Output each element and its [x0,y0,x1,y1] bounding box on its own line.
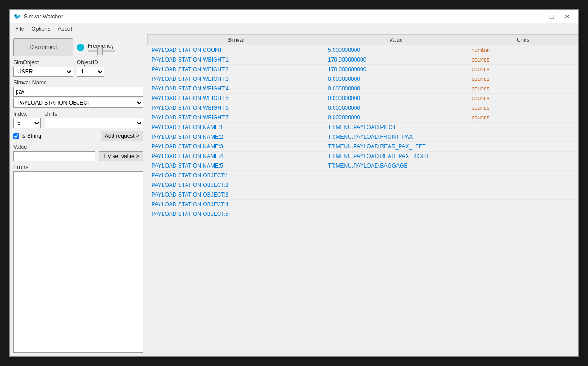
cell-value: 0.000000000 [324,74,468,84]
errors-group: Errors [13,164,143,353]
table-row: PAYLOAD STATION WEIGHT:60.000000000pound… [148,103,578,113]
cell-units: pounds [468,55,578,65]
simobject-select[interactable]: USER AI [13,67,73,77]
cell-simvar: PAYLOAD STATION WEIGHT:2 [148,65,324,74]
cell-simvar: PAYLOAD STATION NAME:1 [148,123,324,132]
cell-value: TT:MENU.PAYLOAD.BAGGAGE [324,161,468,171]
cell-value: 170.000000000 [324,65,468,74]
units-group: Units [45,111,143,128]
cell-units [468,180,578,190]
cell-simvar: PAYLOAD STATION WEIGHT:1 [148,55,324,65]
cell-simvar: PAYLOAD STATION NAME:3 [148,142,324,152]
data-table-container[interactable]: Simvar Value Units PAYLOAD STATION COUNT… [147,34,578,356]
simvar-table: Simvar Value Units PAYLOAD STATION COUNT… [147,34,578,219]
col-value: Value [324,35,468,45]
cell-value: TT:MENU.PAYLOAD.REAR_PAX_RIGHT [324,152,468,161]
table-row: PAYLOAD STATION WEIGHT:50.000000000pound… [148,94,578,103]
index-select[interactable]: 5 [13,118,41,128]
cell-value: TT:MENU.PAYLOAD.PILOT [324,123,468,132]
cell-units [468,200,578,209]
simvar-name-input[interactable] [13,87,143,97]
simobject-label: SimObject [13,59,73,66]
cell-units [468,123,578,132]
cell-value [324,171,468,180]
cell-simvar: PAYLOAD STATION WEIGHT:7 [148,113,324,123]
frequency-slider[interactable] [88,50,115,52]
cell-units: pounds [468,74,578,84]
cell-value [324,180,468,190]
cell-value: 170.000000000 [324,55,468,65]
objectid-label: ObjectID [77,59,104,66]
table-header-row: Simvar Value Units [148,35,578,45]
units-select[interactable] [45,118,143,128]
left-panel: Disconnect Frequency SimObject USER AI [10,34,147,356]
table-row: PAYLOAD STATION OBJECT:5 [148,209,578,219]
index-label: Index [13,111,41,117]
disconnect-button[interactable]: Disconnect [13,38,73,56]
cell-value: 0.000000000 [324,103,468,113]
col-simvar: Simvar [148,35,324,45]
cell-simvar: PAYLOAD STATION WEIGHT:6 [148,103,324,113]
menu-options[interactable]: Options [28,25,54,33]
right-panel: Simvar Value Units PAYLOAD STATION COUNT… [147,34,578,356]
cell-simvar: PAYLOAD STATION COUNT [148,45,324,55]
simvar-dropdown[interactable]: PAYLOAD STATION OBJECT [13,98,143,108]
table-body: PAYLOAD STATION COUNT5.000000000numberPA… [148,45,578,219]
table-row: PAYLOAD STATION WEIGHT:30.000000000pound… [148,74,578,84]
app-icon: 🐦 [13,13,21,20]
cell-units: number [468,45,578,55]
cell-value: 0.000000000 [324,84,468,94]
cell-simvar: PAYLOAD STATION OBJECT:3 [148,190,324,200]
cell-units: pounds [468,84,578,94]
cell-units [468,171,578,180]
titlebar: 🐦 Simvar Watcher − □ ✕ [10,10,578,23]
menu-about[interactable]: About [54,25,76,33]
add-request-button[interactable]: Add request > [101,131,143,141]
maximize-button[interactable]: □ [544,11,559,22]
simobject-group: SimObject USER AI [13,59,73,77]
value-label: Value [13,144,143,150]
close-button[interactable]: ✕ [560,11,575,22]
is-string-checkbox[interactable] [13,133,19,139]
cell-units: pounds [468,113,578,123]
table-row: PAYLOAD STATION NAME:5TT:MENU.PAYLOAD.BA… [148,161,578,171]
frequency-group: Frequency [88,43,115,52]
table-row: PAYLOAD STATION NAME:1TT:MENU.PAYLOAD.PI… [148,123,578,132]
top-controls: Disconnect Frequency [13,38,143,56]
units-label: Units [45,111,143,117]
try-set-button[interactable]: Try set value > [99,151,143,161]
table-row: PAYLOAD STATION WEIGHT:2170.000000000pou… [148,65,578,74]
index-units-row: Index 5 Units [13,111,143,128]
is-string-row: Is String Add request > [13,131,143,141]
value-group: Value Try set value > [13,144,143,161]
errors-label: Errors [13,164,143,170]
objectid-select[interactable]: 1 [77,67,104,77]
table-row: PAYLOAD STATION WEIGHT:1170.000000000pou… [148,55,578,65]
cell-value [324,190,468,200]
table-row: PAYLOAD STATION NAME:3TT:MENU.PAYLOAD.RE… [148,142,578,152]
cell-units: pounds [468,94,578,103]
cell-simvar: PAYLOAD STATION OBJECT:1 [148,171,324,180]
cell-simvar: PAYLOAD STATION OBJECT:5 [148,209,324,219]
table-row: PAYLOAD STATION OBJECT:1 [148,171,578,180]
cell-units [468,209,578,219]
cell-simvar: PAYLOAD STATION WEIGHT:4 [148,84,324,94]
menu-file[interactable]: File [11,25,28,33]
table-row: PAYLOAD STATION WEIGHT:40.000000000pound… [148,84,578,94]
cell-value: 0.000000000 [324,94,468,103]
simvar-name-label: Simvar Name [13,79,143,86]
simobject-row: SimObject USER AI ObjectID 1 [13,59,143,77]
is-string-label[interactable]: Is String [13,133,41,139]
cell-value: 0.000000000 [324,113,468,123]
minimize-button[interactable]: − [529,11,543,22]
cell-value: 5.000000000 [324,45,468,55]
value-row: Try set value > [13,151,143,161]
is-string-text: Is String [21,133,41,139]
cell-units [468,132,578,142]
col-units: Units [468,35,578,45]
cell-units [468,152,578,161]
value-input[interactable] [13,151,95,161]
cell-value [324,209,468,219]
errors-textarea[interactable] [13,171,143,353]
table-row: PAYLOAD STATION NAME:2TT:MENU.PAYLOAD.FR… [148,132,578,142]
